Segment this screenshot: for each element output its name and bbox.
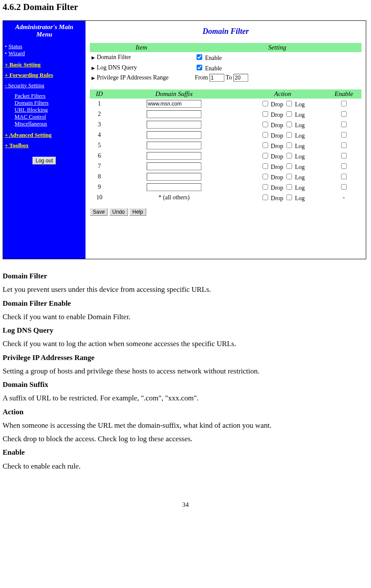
- rule-action-cell: Drop Log: [239, 140, 326, 151]
- col-enable: Enable: [326, 89, 361, 99]
- rule-enable-checkbox[interactable]: [341, 174, 347, 179]
- undo-button[interactable]: Undo: [109, 208, 128, 216]
- rule-enable-cell: [326, 119, 361, 130]
- rule-enable-cell: [326, 130, 361, 140]
- rule-enable-checkbox[interactable]: [341, 132, 347, 138]
- rule-suffix-cell: [109, 182, 239, 192]
- priv-ip-to-label: To: [226, 74, 232, 81]
- drop-checkbox[interactable]: [263, 195, 268, 200]
- table-row: 9 Drop Log: [90, 182, 361, 192]
- rule-action-cell: Drop Log: [239, 161, 326, 172]
- domain-suffix-input[interactable]: [147, 121, 201, 129]
- drop-checkbox[interactable]: [263, 163, 268, 169]
- log-checkbox[interactable]: [286, 163, 292, 169]
- rule-enable-checkbox[interactable]: [341, 184, 347, 190]
- admin-sidebar: Administrator's Main Menu Status Wizard …: [3, 21, 85, 259]
- rule-action-cell: Drop Log: [239, 99, 326, 109]
- rule-action-cell: Drop Log: [239, 119, 326, 130]
- domain-suffix-input[interactable]: [147, 100, 201, 108]
- doc-term-domain-filter-enable: Domain Filter Enable: [3, 299, 368, 308]
- log-checkbox[interactable]: [286, 142, 292, 148]
- sidebar-cat-forwarding[interactable]: + Forwarding Rules: [5, 72, 84, 79]
- log-checkbox[interactable]: [286, 101, 292, 106]
- domain-suffix-input[interactable]: [147, 152, 201, 160]
- rule-enable-checkbox[interactable]: [341, 122, 347, 127]
- rule-id: 4: [90, 130, 109, 140]
- drop-checkbox[interactable]: [263, 142, 268, 148]
- sidebar-cat-toolbox[interactable]: + Toolbox: [5, 142, 84, 149]
- priv-ip-from-input[interactable]: [210, 74, 224, 82]
- drop-checkbox[interactable]: [263, 153, 268, 159]
- table-row: 4 Drop Log: [90, 130, 361, 140]
- domain-suffix-input[interactable]: [147, 183, 201, 191]
- log-checkbox[interactable]: [286, 111, 292, 117]
- sidebar-link-packet-filters[interactable]: Packet Filters: [15, 92, 46, 99]
- logout-button[interactable]: Log out: [33, 157, 56, 165]
- table-row: 2 Drop Log: [90, 109, 361, 119]
- log-checkbox[interactable]: [286, 195, 292, 200]
- rules-table: ID Domain Suffix Action Enable 1 Drop Lo…: [90, 89, 361, 203]
- domain-suffix-input[interactable]: [147, 142, 201, 149]
- log-dns-enable-checkbox[interactable]: [197, 65, 202, 70]
- domain-suffix-input[interactable]: [147, 162, 201, 170]
- doc-term-enable: Enable: [3, 448, 368, 457]
- doc-text: Check if you want to enable Domain Filte…: [3, 312, 368, 321]
- sidebar-cat-advanced[interactable]: + Advanced Setting: [5, 132, 84, 139]
- row-domain-filter-label: Domain Filter: [90, 52, 193, 63]
- sidebar-link-wizard[interactable]: Wizard: [9, 50, 25, 56]
- rule-action-cell: Drop Log: [239, 172, 326, 182]
- doc-term-priv-ip: Privilege IP Addresses Range: [3, 353, 368, 362]
- sidebar-link-domain-filters[interactable]: Domain Filters: [15, 99, 49, 106]
- col-setting: Setting: [193, 43, 361, 52]
- sidebar-cat-security[interactable]: - Security Setting: [5, 82, 84, 89]
- drop-checkbox[interactable]: [263, 174, 268, 179]
- col-action: Action: [239, 89, 326, 99]
- drop-checkbox[interactable]: [263, 184, 268, 190]
- rule-enable-cell: [326, 109, 361, 119]
- sidebar-link-mac-control[interactable]: MAC Control: [15, 113, 46, 120]
- domain-suffix-input[interactable]: [147, 131, 201, 139]
- doc-term-log-dns: Log DNS Query: [3, 326, 368, 335]
- rule-enable-cell: [326, 172, 361, 182]
- rule-suffix-cell: [109, 172, 239, 182]
- save-button[interactable]: Save: [90, 208, 108, 216]
- doc-text: Check if you want to log the action when…: [3, 339, 368, 348]
- help-button[interactable]: Help: [129, 208, 146, 216]
- rule-enable-checkbox[interactable]: [341, 142, 347, 148]
- rule-suffix-cell: [109, 99, 239, 109]
- drop-checkbox[interactable]: [263, 101, 268, 106]
- priv-ip-to-input[interactable]: [233, 74, 248, 82]
- log-checkbox[interactable]: [286, 184, 292, 190]
- domain-filter-enable-checkbox[interactable]: [197, 54, 202, 60]
- rule-suffix-cell: [109, 109, 239, 119]
- rule-id: 9: [90, 182, 109, 192]
- rule-enable-cell: [326, 151, 361, 161]
- drop-checkbox[interactable]: [263, 111, 268, 117]
- rule-enable-checkbox[interactable]: [341, 163, 347, 169]
- section-heading: 4.6.2 Domain Filter: [3, 2, 368, 13]
- log-checkbox[interactable]: [286, 122, 292, 127]
- domain-suffix-input[interactable]: [147, 110, 201, 118]
- rule-enable-checkbox[interactable]: [341, 101, 347, 106]
- rule-enable-checkbox[interactable]: [341, 111, 347, 117]
- sidebar-cat-basic[interactable]: + Basic Setting: [5, 61, 84, 68]
- rule-id: 6: [90, 151, 109, 161]
- rule-action-cell: Drop Log: [239, 130, 326, 140]
- rule-id: 5: [90, 140, 109, 151]
- page-number: 34: [3, 501, 368, 509]
- col-suffix: Domain Suffix: [109, 89, 239, 99]
- log-checkbox[interactable]: [286, 174, 292, 179]
- table-row: 10* (all others) Drop Log-: [90, 192, 361, 203]
- sidebar-link-misc[interactable]: Miscellaneous: [15, 120, 47, 127]
- content-pane: Domain Filter Item Setting Domain Filter…: [85, 21, 366, 259]
- drop-checkbox[interactable]: [263, 122, 268, 127]
- table-row: 6 Drop Log: [90, 151, 361, 161]
- table-row: 8 Drop Log: [90, 172, 361, 182]
- sidebar-link-status[interactable]: Status: [9, 43, 23, 50]
- drop-checkbox[interactable]: [263, 132, 268, 138]
- rule-enable-checkbox[interactable]: [341, 153, 347, 159]
- domain-suffix-input[interactable]: [147, 173, 201, 181]
- log-checkbox[interactable]: [286, 153, 292, 159]
- sidebar-link-url-blocking[interactable]: URL Blocking: [15, 106, 48, 113]
- log-checkbox[interactable]: [286, 132, 292, 138]
